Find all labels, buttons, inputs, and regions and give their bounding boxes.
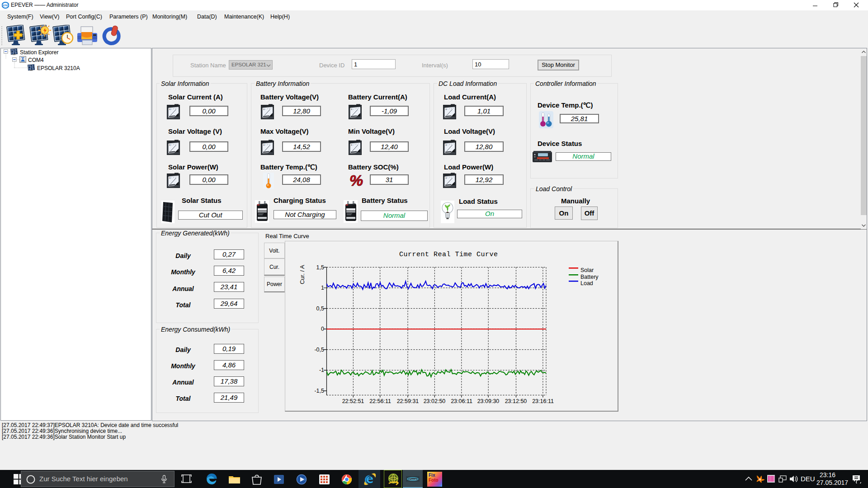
svg-text:23:12:50: 23:12:50 xyxy=(505,398,527,404)
svg-text:23:09:30: 23:09:30 xyxy=(477,398,500,404)
svg-text:22:52:51: 22:52:51 xyxy=(342,398,364,404)
svg-text:1,5: 1,5 xyxy=(316,264,324,271)
svg-text:-1: -1 xyxy=(319,367,324,373)
svg-text:Battery: Battery xyxy=(580,274,599,280)
svg-text:0,5: 0,5 xyxy=(316,305,324,312)
svg-text:23:16:11: 23:16:11 xyxy=(532,398,554,404)
svg-text:Cirrus: Cirrus xyxy=(409,478,416,481)
svg-text:1: 1 xyxy=(321,285,324,291)
svg-text:-0,5: -0,5 xyxy=(314,347,324,353)
svg-text:-1,5: -1,5 xyxy=(314,388,324,394)
svg-text:22:59:31: 22:59:31 xyxy=(397,398,419,404)
svg-text:22:56:11: 22:56:11 xyxy=(369,398,391,404)
svg-text:EPE: EPE xyxy=(3,4,9,7)
svg-text:23:06:11: 23:06:11 xyxy=(451,398,472,404)
svg-text:23:02:50: 23:02:50 xyxy=(424,398,446,404)
svg-text:Solar: Solar xyxy=(580,267,594,273)
svg-text:0: 0 xyxy=(321,326,324,332)
svg-text:a: a xyxy=(759,477,761,481)
svg-text:Load: Load xyxy=(580,280,593,286)
